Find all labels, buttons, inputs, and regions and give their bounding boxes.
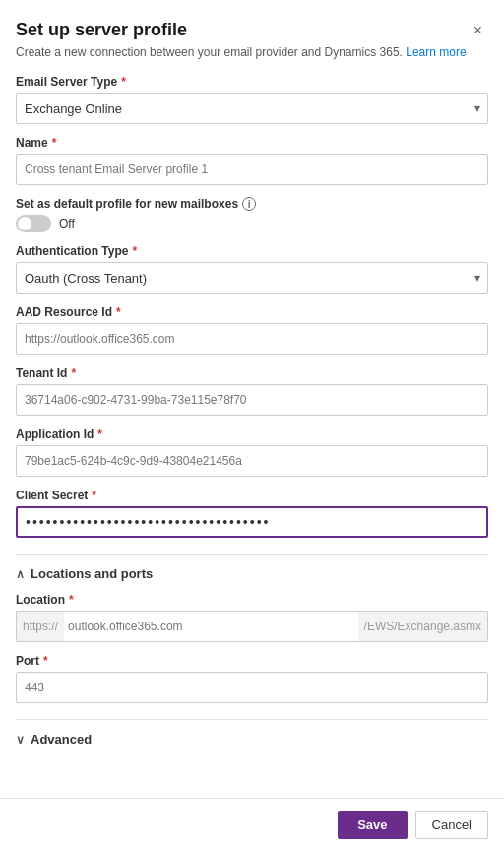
name-label: Name * <box>16 136 488 150</box>
learn-more-link[interactable]: Learn more <box>406 45 466 59</box>
section-divider <box>16 554 488 555</box>
name-field: Name * <box>16 136 488 185</box>
location-row: https:// /EWS/Exchange.asmx <box>16 611 488 642</box>
port-label: Port * <box>16 654 488 668</box>
name-input[interactable] <box>16 154 488 185</box>
application-id-field: Application Id * <box>16 427 488 477</box>
required-indicator: * <box>132 244 137 258</box>
required-indicator: * <box>97 427 102 441</box>
application-id-label: Application Id * <box>16 427 488 441</box>
tenant-id-label: Tenant Id * <box>16 366 488 380</box>
locations-ports-header[interactable]: ∧ Locations and ports <box>16 566 488 581</box>
default-profile-field: Set as default profile for new mailboxes… <box>16 197 488 232</box>
dialog-footer: Save Cancel <box>0 798 504 851</box>
client-secret-input[interactable] <box>16 506 488 538</box>
aad-resource-id-field: AAD Resource Id * <box>16 305 488 355</box>
dialog-title: Set up server profile <box>16 20 187 40</box>
dialog-subtitle: Create a new connection between your ema… <box>16 45 488 59</box>
auth-type-field: Authentication Type * Oauth (Cross Tenan… <box>16 244 488 294</box>
required-indicator: * <box>92 489 96 502</box>
toggle-knob <box>18 217 32 230</box>
default-profile-label: Set as default profile for new mailboxes… <box>16 197 488 211</box>
save-button[interactable]: Save <box>338 811 407 839</box>
tenant-id-input[interactable] <box>16 384 488 416</box>
info-icon: i <box>242 197 256 211</box>
email-server-type-field: Email Server Type * Exchange Online ▾ <box>16 75 488 124</box>
required-indicator: * <box>52 136 57 150</box>
auth-type-label: Authentication Type * <box>16 244 488 258</box>
close-button[interactable]: × <box>468 20 488 41</box>
required-indicator: * <box>71 366 76 380</box>
aad-resource-id-label: AAD Resource Id * <box>16 305 488 319</box>
toggle-state-label: Off <box>59 217 75 230</box>
location-middle-input[interactable] <box>64 611 358 642</box>
tenant-id-field: Tenant Id * <box>16 366 488 416</box>
application-id-input[interactable] <box>16 445 488 477</box>
chevron-up-icon: ∧ <box>16 567 25 581</box>
chevron-down-icon: ∨ <box>16 733 25 747</box>
required-indicator: * <box>121 75 126 89</box>
client-secret-field: Client Secret * <box>16 489 488 538</box>
dialog-header: Set up server profile × <box>16 20 488 41</box>
location-prefix: https:// <box>16 611 64 642</box>
location-suffix: /EWS/Exchange.asmx <box>358 611 488 642</box>
email-server-type-select-wrapper: Exchange Online ▾ <box>16 93 488 124</box>
aad-resource-id-input[interactable] <box>16 323 488 355</box>
cancel-button[interactable]: Cancel <box>415 811 488 839</box>
toggle-row: Off <box>16 215 488 232</box>
location-field: Location * https:// /EWS/Exchange.asmx <box>16 593 488 642</box>
email-server-type-label: Email Server Type * <box>16 75 488 89</box>
advanced-label: Advanced <box>31 732 92 747</box>
required-indicator: * <box>116 305 121 319</box>
default-profile-toggle[interactable] <box>16 215 51 232</box>
auth-type-select[interactable]: Oauth (Cross Tenant) <box>16 262 488 294</box>
required-indicator: * <box>43 654 48 668</box>
port-input[interactable] <box>16 672 488 703</box>
required-indicator: * <box>69 593 74 607</box>
section-divider-2 <box>16 719 488 720</box>
subtitle-text: Create a new connection between your ema… <box>16 45 403 59</box>
port-field: Port * <box>16 654 488 703</box>
client-secret-label: Client Secret * <box>16 489 488 502</box>
setup-server-profile-dialog: Set up server profile × Create a new con… <box>0 0 504 851</box>
location-label: Location * <box>16 593 488 607</box>
auth-type-select-wrapper: Oauth (Cross Tenant) ▾ <box>16 262 488 294</box>
email-server-type-select[interactable]: Exchange Online <box>16 93 488 124</box>
advanced-header[interactable]: ∨ Advanced <box>16 732 488 747</box>
locations-ports-label: Locations and ports <box>31 566 153 581</box>
